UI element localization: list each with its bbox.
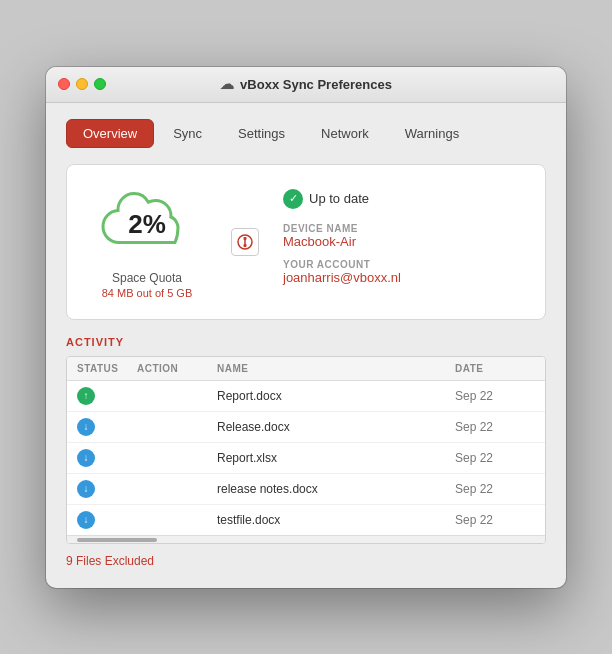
row-status: ↓	[77, 511, 137, 529]
row-date: Sep 22	[455, 389, 525, 403]
titlebar: ☁ vBoxx Sync Preferences	[46, 67, 566, 103]
table-header: STATUS ACTION NAME DATE	[67, 357, 545, 381]
tab-warnings[interactable]: Warnings	[388, 119, 476, 148]
quota-percent: 2%	[128, 209, 166, 240]
close-button[interactable]	[58, 78, 70, 90]
activity-section: ACTIVITY STATUS ACTION NAME DATE ↑	[66, 336, 546, 568]
account-block: YOUR ACCOUNT joanharris@vboxx.nl	[283, 259, 525, 285]
tab-overview[interactable]: Overview	[66, 119, 154, 148]
download-icon: ↓	[77, 480, 95, 498]
traffic-lights	[58, 78, 106, 90]
row-name: release notes.docx	[217, 482, 455, 496]
row-status: ↓	[77, 418, 137, 436]
row-status: ↑	[77, 387, 137, 405]
table-row: ↓ testfile.docx Sep 22	[67, 505, 545, 535]
scroll-thumb[interactable]	[77, 538, 157, 542]
quota-sub: 84 MB out of 5 GB	[102, 287, 193, 299]
row-date: Sep 22	[455, 482, 525, 496]
row-name: Report.docx	[217, 389, 455, 403]
cloud-container: 2%	[97, 185, 197, 265]
scroll-track[interactable]	[67, 535, 545, 543]
col-name: NAME	[217, 363, 455, 374]
account-email: joanharris@vboxx.nl	[283, 270, 525, 285]
table-row: ↑ Report.docx Sep 22	[67, 381, 545, 412]
download-icon: ↓	[77, 418, 95, 436]
row-name: testfile.docx	[217, 513, 455, 527]
status-row: ✓ Up to date	[283, 189, 525, 209]
table-row: ↓ Release.docx Sep 22	[67, 412, 545, 443]
col-scroll	[525, 363, 535, 374]
overview-panel: 2% Space Quota 84 MB out of 5 GB	[66, 164, 546, 320]
row-date: Sep 22	[455, 513, 525, 527]
preferences-window: ☁ vBoxx Sync Preferences Overview Sync S…	[46, 67, 566, 588]
svg-rect-2	[244, 244, 247, 247]
account-label: YOUR ACCOUNT	[283, 259, 525, 270]
svg-rect-1	[244, 237, 247, 240]
activity-table: STATUS ACTION NAME DATE ↑ Report.docx	[66, 356, 546, 544]
minimize-button[interactable]	[76, 78, 88, 90]
download-icon: ↓	[77, 511, 95, 529]
row-date: Sep 22	[455, 420, 525, 434]
tab-settings[interactable]: Settings	[221, 119, 302, 148]
sync-divider	[231, 228, 259, 256]
row-name: Report.xlsx	[217, 451, 455, 465]
content-area: Overview Sync Settings Network Warnings …	[46, 103, 566, 588]
row-date: Sep 22	[455, 451, 525, 465]
row-name: Release.docx	[217, 420, 455, 434]
window-title: ☁ vBoxx Sync Preferences	[220, 76, 392, 92]
quota-label: Space Quota	[112, 271, 182, 285]
row-status: ↓	[77, 449, 137, 467]
download-icon: ↓	[77, 449, 95, 467]
files-excluded-link[interactable]: 9 Files Excluded	[66, 554, 546, 568]
upload-icon: ↑	[77, 387, 95, 405]
tab-bar: Overview Sync Settings Network Warnings	[66, 119, 546, 148]
status-check-icon: ✓	[283, 189, 303, 209]
device-name-block: DEVICE NAME Macbook-Air	[283, 223, 525, 249]
table-body: ↑ Report.docx Sep 22 ↓ Release.docx	[67, 381, 545, 535]
tab-network[interactable]: Network	[304, 119, 386, 148]
sync-icon	[231, 228, 259, 256]
tab-sync[interactable]: Sync	[156, 119, 219, 148]
device-name-label: DEVICE NAME	[283, 223, 525, 234]
col-action: ACTION	[137, 363, 217, 374]
maximize-button[interactable]	[94, 78, 106, 90]
table-row: ↓ Report.xlsx Sep 22	[67, 443, 545, 474]
status-text: Up to date	[309, 191, 369, 206]
device-info: ✓ Up to date DEVICE NAME Macbook-Air YOU…	[283, 189, 525, 295]
device-name-value: Macbook-Air	[283, 234, 525, 249]
activity-title: ACTIVITY	[66, 336, 546, 348]
titlebar-cloud-icon: ☁	[220, 76, 234, 92]
col-status: STATUS	[77, 363, 137, 374]
table-row: ↓ release notes.docx Sep 22	[67, 474, 545, 505]
row-status: ↓	[77, 480, 137, 498]
quota-section: 2% Space Quota 84 MB out of 5 GB	[87, 185, 207, 299]
col-date: DATE	[455, 363, 525, 374]
